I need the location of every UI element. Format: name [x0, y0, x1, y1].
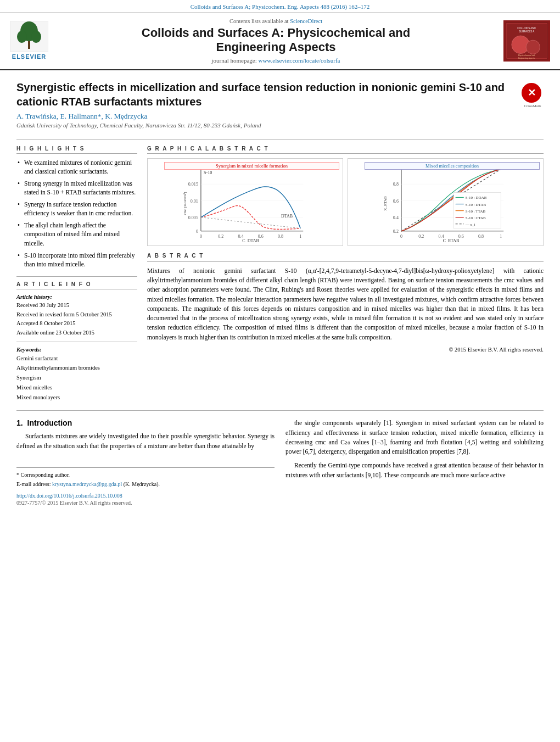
article-info-label: A R T I C L E I N F O	[16, 281, 137, 289]
email-link[interactable]: krystyna.medrzycka@pg.gda.pl	[52, 481, 122, 487]
abstract-copyright: © 2015 Elsevier B.V. All rights reserved…	[147, 345, 544, 354]
journal-title-block: Contents lists available at ScienceDirec…	[48, 18, 503, 64]
intro-para-3: Recently the Gemini-type compounds have …	[285, 461, 544, 480]
svg-text:0: 0	[196, 229, 198, 234]
article-content: Synergistic effects in micellization and…	[0, 70, 560, 506]
journal-homepage-link[interactable]: www.elsevier.com/locate/colsurfa	[258, 57, 340, 64]
intro-heading: 1. Introduction	[16, 419, 275, 427]
article-main-title: Synergistic effects in micellization and…	[16, 80, 516, 109]
contents-available-line: Contents lists available at ScienceDirec…	[48, 18, 503, 24]
graphical-abstract-label: G R A P H I C A L A B S T R A C T	[147, 146, 544, 154]
keyword-3: Synergism	[16, 373, 137, 382]
crossmark-label: CrossMark	[522, 104, 544, 108]
svg-text:cmc [mol/dm³]: cmc [mol/dm³]	[183, 192, 187, 215]
elsevier-tree-icon	[10, 21, 48, 52]
svg-text:S-10 : CTAB: S-10 : CTAB	[466, 215, 486, 220]
svg-text:0.2: 0.2	[393, 229, 399, 234]
svg-text:X_RTAB: X_RTAB	[383, 196, 388, 211]
doi-line: http://dx.doi.org/10.1016/j.colsurfa.201…	[16, 493, 275, 499]
journal-citation-text: Colloids and Surfaces A; Physicochem. En…	[191, 3, 370, 10]
affiliation: Gdańsk University of Technology, Chemica…	[16, 122, 516, 129]
svg-text:0.2: 0.2	[218, 234, 223, 239]
svg-text:0.2: 0.2	[418, 234, 424, 239]
copyright-footer: 0927-7757/© 2015 Elsevier B.V. All right…	[16, 500, 275, 506]
svg-text:S-10 : TTAB: S-10 : TTAB	[466, 209, 486, 213]
corresponding-author: * Corresponding author.	[16, 471, 275, 479]
keyword-4: Mixed micelles	[16, 383, 137, 392]
elsevier-logo: ELSEVIER	[10, 21, 48, 60]
journal-cover-image: COLLOIDS AND SURFACES A Physicochemical …	[503, 20, 550, 62]
svg-point-3	[17, 31, 27, 43]
introduction-section: 1. Introduction Surfactants mixtures are…	[16, 419, 544, 506]
crossmark: ✕ CrossMark	[522, 83, 544, 108]
science-direct-link[interactable]: ScienceDirect	[290, 18, 322, 24]
elsevier-label: ELSEVIER	[12, 53, 46, 60]
doi-link[interactable]: http://dx.doi.org/10.1016/j.colsurfa.201…	[16, 493, 122, 499]
highlight-item-5: S-10 incorporate into mixed film prefera…	[16, 251, 137, 269]
svg-text:COLLOIDS AND: COLLOIDS AND	[517, 27, 536, 30]
article-title-text: Synergistic effects in micellization and…	[16, 80, 516, 135]
keyword-5: Mixed monolayers	[16, 393, 137, 402]
highlights-section: H I G H L I G H T S We examined mixtures…	[16, 146, 137, 269]
abstract-text: Mixtures of nonionic gemini surfactant S…	[147, 266, 544, 342]
svg-text:Engineering Aspects: Engineering Aspects	[518, 57, 535, 59]
svg-text:1: 1	[299, 234, 301, 239]
article-history: Article history: Received 30 July 2015 R…	[16, 294, 137, 337]
svg-text:0.005: 0.005	[188, 215, 198, 220]
svg-text:DTAB: DTAB	[281, 213, 293, 218]
highlights-list: We examined mixtures of nonionic gemini …	[16, 158, 137, 269]
journal-homepage: journal homepage: www.elsevier.com/locat…	[48, 57, 503, 64]
svg-text:SURFACES A: SURFACES A	[519, 30, 534, 33]
accepted-date: Accepted 8 October 2015	[16, 320, 137, 328]
highlight-item-4: The alkyl chain length affect the compos…	[16, 221, 137, 247]
svg-text:C_DTAB: C_DTAB	[242, 238, 259, 242]
highlights-abstract-section: H I G H L I G H T S We examined mixtures…	[16, 140, 544, 403]
chart2-svg: 1 0.8 0.6 0.4 0.2 0 0.2 0.4 0.6 0.8 1	[351, 162, 540, 242]
svg-text:Physicochemical and: Physicochemical and	[518, 54, 535, 57]
highlights-label: H I G H L I G H T S	[16, 146, 137, 154]
keywords-block: Keywords: Gemini surfactant Alkyltrimeth…	[16, 342, 137, 402]
crossmark-badge: ✕	[522, 83, 541, 103]
svg-rect-1	[28, 41, 30, 49]
svg-text:S-10 : DTAB: S-10 : DTAB	[466, 202, 486, 207]
keyword-2: Alkyltrimethylammonium bromides	[16, 364, 137, 372]
journal-citation-bar: Colloids and Surfaces A; Physicochem. En…	[0, 0, 560, 13]
abstract-label: A B S T R A C T	[147, 252, 544, 262]
svg-text:0: 0	[200, 234, 202, 239]
svg-text:S-10: S-10	[204, 170, 212, 175]
email-line: E-mail address: krystyna.medrzycka@pg.gd…	[16, 481, 275, 488]
article-info-block: A R T I C L E I N F O Article history: R…	[16, 276, 137, 402]
revised-date: Received in revised form 5 October 2015	[16, 311, 137, 319]
svg-text:C_RTAB: C_RTAB	[443, 238, 460, 242]
chart2-box: Mixed micelles composition 1 0.8 0.6 0.4…	[348, 158, 544, 246]
history-heading: Article history:	[16, 294, 137, 300]
graph-charts: Synergism in mixed micelle formation 0.0…	[147, 158, 544, 246]
chart1-title: Synergism in mixed micelle formation	[164, 162, 339, 170]
journal-main-title: Colloids and Surfaces A: Physicochemical…	[48, 26, 503, 55]
svg-point-10	[526, 40, 540, 54]
intro-para-2: the single components separately [1]. Sy…	[285, 419, 544, 456]
svg-text:0.01: 0.01	[191, 198, 198, 203]
highlight-item-1: We examined mixtures of nonionic gemini …	[16, 158, 137, 176]
chart1-box: Synergism in mixed micelle formation 0.0…	[147, 158, 343, 246]
intro-left: 1. Introduction Surfactants mixtures are…	[16, 419, 275, 506]
svg-text:0.015: 0.015	[188, 182, 198, 187]
left-column: H I G H L I G H T S We examined mixtures…	[16, 146, 137, 403]
svg-text:0: 0	[400, 234, 402, 239]
highlight-item-3: Synergy in surface tension reduction eff…	[16, 200, 137, 217]
svg-text:0.6: 0.6	[393, 198, 399, 203]
svg-text:— x_i: — x_i	[465, 222, 475, 227]
chart2-title: Mixed micelles composition	[365, 162, 540, 170]
authors: A. Trawińska, E. Hallmann*, K. Mędrzycka	[16, 112, 516, 121]
svg-text:0.8: 0.8	[478, 234, 484, 239]
chart1-svg: 0.02 0.015 0.01 0.005 0 0 0.2 0.4 0.6 0.…	[151, 162, 339, 242]
svg-text:S-10 : DDAB: S-10 : DDAB	[466, 196, 487, 200]
article-title-section: Synergistic effects in micellization and…	[16, 70, 544, 140]
section-divider	[16, 410, 544, 411]
graphical-abstract: G R A P H I C A L A B S T R A C T Synerg…	[147, 146, 544, 246]
keywords-heading: Keywords:	[16, 347, 137, 353]
journal-header: ELSEVIER Contents lists available at Sci…	[0, 13, 560, 70]
cover-image-svg: COLLOIDS AND SURFACES A Physicochemical …	[506, 20, 548, 62]
svg-point-4	[31, 31, 41, 43]
right-column: G R A P H I C A L A B S T R A C T Synerg…	[147, 146, 544, 403]
